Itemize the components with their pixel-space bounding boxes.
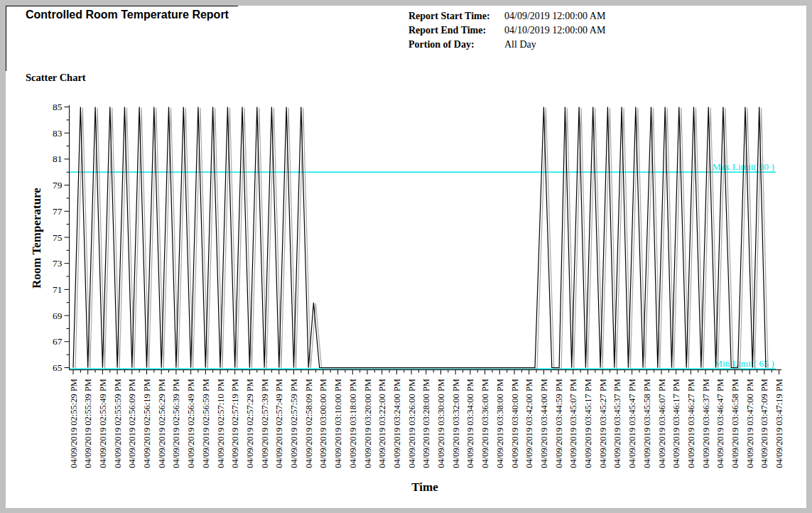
svg-text:04/09/2019 02:56:49 PM: 04/09/2019 02:56:49 PM	[186, 379, 196, 468]
svg-text:04/09/2019 03:32:00 PM: 04/09/2019 03:32:00 PM	[451, 379, 461, 468]
y-axis-title: Room Temperature	[30, 188, 43, 288]
svg-text:04/09/2019 03:26:00 PM: 04/09/2019 03:26:00 PM	[407, 379, 417, 468]
svg-text:04/09/2019 02:55:49 PM: 04/09/2019 02:55:49 PM	[98, 379, 108, 468]
svg-text:04/09/2019 02:57:19 PM: 04/09/2019 02:57:19 PM	[230, 379, 240, 468]
svg-text:04/09/2019 03:47:00 PM: 04/09/2019 03:47:00 PM	[745, 379, 755, 468]
svg-text:04/09/2019 02:58:09 PM: 04/09/2019 02:58:09 PM	[304, 379, 314, 468]
svg-text:04/09/2019 03:24:00 PM: 04/09/2019 03:24:00 PM	[392, 379, 402, 468]
page-border-top	[6, 6, 238, 6]
svg-text:04/09/2019 02:56:39 PM: 04/09/2019 02:56:39 PM	[171, 379, 181, 468]
svg-text:04/09/2019 03:44:59 PM: 04/09/2019 03:44:59 PM	[554, 379, 564, 468]
svg-text:04/09/2019 03:46:37 PM: 04/09/2019 03:46:37 PM	[701, 379, 711, 468]
svg-text:04/09/2019 03:18:00 PM: 04/09/2019 03:18:00 PM	[348, 379, 358, 468]
report-meta: Report Start Time: 04/09/2019 12:00:00 A…	[408, 9, 605, 52]
svg-text:04/09/2019 03:20:00 PM: 04/09/2019 03:20:00 PM	[363, 379, 373, 468]
svg-text:04/09/2019 02:57:49 PM: 04/09/2019 02:57:49 PM	[274, 379, 284, 468]
svg-text:04/09/2019 03:22:00 PM: 04/09/2019 03:22:00 PM	[377, 379, 387, 468]
svg-text:83: 83	[53, 128, 63, 139]
svg-text:75: 75	[53, 232, 63, 243]
svg-text:04/09/2019 03:45:07 PM: 04/09/2019 03:45:07 PM	[568, 379, 578, 468]
x-axis-ticks	[73, 370, 779, 375]
svg-text:65: 65	[53, 362, 63, 373]
y-axis-labels: 8583817977757371696765	[53, 102, 63, 373]
svg-text:04/09/2019 03:46:47 PM: 04/09/2019 03:46:47 PM	[715, 379, 725, 468]
svg-text:04/09/2019 02:56:29 PM: 04/09/2019 02:56:29 PM	[157, 379, 167, 468]
x-axis-title: Time	[411, 480, 438, 494]
svg-text:04/09/2019 03:38:00 PM: 04/09/2019 03:38:00 PM	[495, 379, 505, 468]
svg-text:04/09/2019 03:46:17 PM: 04/09/2019 03:46:17 PM	[671, 379, 681, 468]
report-start-time-value: 04/09/2019 12:00:00 AM	[504, 9, 605, 23]
svg-text:04/09/2019 02:56:19 PM: 04/09/2019 02:56:19 PM	[142, 379, 152, 468]
svg-text:04/09/2019 03:46:58 PM: 04/09/2019 03:46:58 PM	[730, 379, 740, 468]
svg-text:04/09/2019 02:57:59 PM: 04/09/2019 02:57:59 PM	[289, 379, 299, 468]
page-border-left	[6, 6, 6, 71]
portion-of-day-value: All Day	[504, 38, 536, 52]
svg-text:81: 81	[53, 153, 63, 164]
svg-text:04/09/2019 02:55:39 PM: 04/09/2019 02:55:39 PM	[83, 379, 93, 468]
svg-text:04/09/2019 03:42:00 PM: 04/09/2019 03:42:00 PM	[524, 379, 534, 468]
svg-text:73: 73	[53, 258, 63, 269]
portion-of-day-label: Portion of Day:	[408, 38, 504, 52]
svg-text:69: 69	[53, 310, 63, 321]
scatter-chart: Max Limit( 80 )Min Limit( 65 )8583817977…	[6, 92, 806, 508]
svg-text:04/09/2019 02:55:59 PM: 04/09/2019 02:55:59 PM	[113, 379, 123, 468]
meta-row-start-time: Report Start Time: 04/09/2019 12:00:00 A…	[408, 9, 605, 23]
report-page: Controlled Room Temperature Report Repor…	[6, 6, 806, 508]
svg-text:85: 85	[53, 102, 63, 112]
svg-text:04/09/2019 03:28:00 PM: 04/09/2019 03:28:00 PM	[421, 379, 431, 468]
svg-text:04/09/2019 03:36:00 PM: 04/09/2019 03:36:00 PM	[480, 379, 490, 468]
svg-text:71: 71	[53, 284, 63, 295]
temperature-series	[73, 107, 766, 368]
svg-text:04/09/2019 03:47:19 PM: 04/09/2019 03:47:19 PM	[774, 379, 784, 468]
svg-text:04/09/2019 03:46:27 PM: 04/09/2019 03:46:27 PM	[686, 379, 696, 468]
svg-text:04/09/2019 03:45:37 PM: 04/09/2019 03:45:37 PM	[612, 379, 622, 468]
svg-text:04/09/2019 03:45:47 PM: 04/09/2019 03:45:47 PM	[627, 379, 637, 468]
svg-text:67: 67	[53, 336, 63, 347]
svg-text:04/09/2019 02:55:29 PM: 04/09/2019 02:55:29 PM	[69, 379, 79, 468]
svg-text:04/09/2019 03:34:00 PM: 04/09/2019 03:34:00 PM	[465, 379, 475, 468]
report-start-time-label: Report Start Time:	[408, 9, 504, 23]
svg-text:04/09/2019 03:30:00 PM: 04/09/2019 03:30:00 PM	[436, 379, 446, 468]
report-viewport: { "page": { "title": "Controlled Room Te…	[0, 0, 812, 513]
x-axis-labels: 04/09/2019 02:55:29 PM04/09/2019 02:55:3…	[69, 379, 785, 468]
svg-text:04/09/2019 03:46:07 PM: 04/09/2019 03:46:07 PM	[657, 379, 667, 468]
svg-text:04/09/2019 02:57:10 PM: 04/09/2019 02:57:10 PM	[216, 379, 226, 468]
meta-row-end-time: Report End Time: 04/10/2019 12:00:00 AM	[408, 23, 605, 38]
chart-section-title: Scatter Chart	[26, 72, 86, 84]
svg-text:04/09/2019 02:57:39 PM: 04/09/2019 02:57:39 PM	[260, 379, 270, 468]
chart-area: Max Limit( 80 )Min Limit( 65 )8583817977…	[6, 92, 806, 508]
svg-text:04/09/2019 03:40:00 PM: 04/09/2019 03:40:00 PM	[510, 379, 520, 468]
svg-text:04/09/2019 03:00:00 PM: 04/09/2019 03:00:00 PM	[318, 379, 328, 468]
svg-text:77: 77	[53, 206, 63, 217]
y-axis-ticks	[65, 107, 70, 368]
svg-text:04/09/2019 03:47:09 PM: 04/09/2019 03:47:09 PM	[759, 379, 769, 468]
svg-text:04/09/2019 03:45:17 PM: 04/09/2019 03:45:17 PM	[583, 379, 593, 468]
svg-text:04/09/2019 03:45:58 PM: 04/09/2019 03:45:58 PM	[642, 379, 652, 468]
svg-text:04/09/2019 02:56:59 PM: 04/09/2019 02:56:59 PM	[201, 379, 211, 468]
svg-text:79: 79	[53, 180, 63, 190]
report-title: Controlled Room Temperature Report	[26, 9, 229, 21]
meta-row-portion-of-day: Portion of Day: All Day	[408, 38, 605, 52]
svg-text:04/09/2019 03:10:00 PM: 04/09/2019 03:10:00 PM	[333, 379, 343, 468]
svg-text:04/09/2019 02:57:29 PM: 04/09/2019 02:57:29 PM	[245, 379, 255, 468]
svg-text:04/09/2019 03:45:27 PM: 04/09/2019 03:45:27 PM	[598, 379, 608, 468]
report-end-time-label: Report End Time:	[408, 23, 504, 38]
svg-text:04/09/2019 02:56:09 PM: 04/09/2019 02:56:09 PM	[127, 379, 137, 468]
svg-text:04/09/2019 03:44:00 PM: 04/09/2019 03:44:00 PM	[539, 379, 549, 468]
report-end-time-value: 04/10/2019 12:00:00 AM	[504, 23, 605, 38]
